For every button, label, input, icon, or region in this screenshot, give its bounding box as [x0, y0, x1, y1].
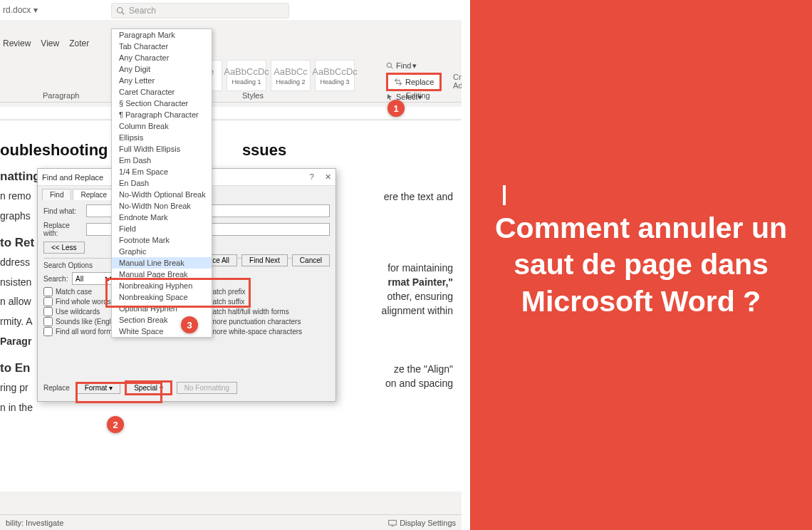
- menu-item[interactable]: Any Digit: [112, 63, 212, 75]
- ignore-punctuation-checkbox[interactable]: Ignore punctuation characters: [194, 317, 326, 326]
- menu-item[interactable]: Full Width Ellipsis: [112, 143, 212, 155]
- svg-line-1: [122, 12, 124, 14]
- group-label-styles: Styles: [242, 91, 264, 100]
- menu-item-manual-line-break[interactable]: Manual Line Break: [112, 257, 212, 269]
- menu-item[interactable]: Any Letter: [112, 75, 212, 86]
- match-suffix-checkbox[interactable]: Match suffix: [194, 297, 326, 306]
- menu-item[interactable]: En Dash: [112, 177, 212, 189]
- menu-item[interactable]: Footnote Mark: [112, 234, 212, 246]
- heading-fragment: oubleshooting: [0, 141, 108, 159]
- replace-with-label: Replace with:: [43, 222, 86, 237]
- callout-badge-3: 3: [181, 316, 198, 333]
- find-next-button[interactable]: Find Next: [241, 254, 288, 266]
- status-bar: bility: Investigate Display Settings: [0, 514, 462, 530]
- menu-item[interactable]: Any Character: [112, 52, 212, 63]
- no-formatting-button[interactable]: No Formatting: [177, 382, 237, 394]
- menu-item[interactable]: No-Width Non Break: [112, 200, 212, 212]
- search-icon: [386, 62, 393, 69]
- dialog-title: Find and Replace: [42, 173, 103, 182]
- tab-find[interactable]: Find: [42, 189, 71, 200]
- svg-point-0: [118, 8, 123, 14]
- menu-item[interactable]: § Section Character: [112, 98, 212, 109]
- replace-icon: [394, 78, 402, 86]
- menu-item[interactable]: Tab Character: [112, 41, 212, 52]
- match-half-full-checkbox[interactable]: Match half/full width forms: [194, 307, 326, 316]
- menu-item[interactable]: Nonbreaking Space: [112, 291, 212, 303]
- heading-fragment: ssues: [242, 141, 286, 159]
- search-direction-select[interactable]: All: [72, 272, 115, 285]
- menu-item[interactable]: Column Break: [112, 120, 212, 132]
- cancel-button[interactable]: Cancel: [292, 254, 330, 266]
- menu-item[interactable]: ¶ Paragraph Character: [112, 109, 212, 120]
- svg-point-2: [387, 63, 391, 67]
- group-label-paragraph: Paragraph: [43, 91, 79, 100]
- document-title[interactable]: rd.docx ▾: [0, 5, 38, 15]
- editing-group: Find▾ Replace Select▾: [386, 60, 454, 104]
- panel-divider: [462, 0, 470, 530]
- tab-review[interactable]: Review: [3, 38, 31, 48]
- search-icon: [116, 6, 125, 15]
- search-input[interactable]: Search: [111, 3, 289, 19]
- menu-item[interactable]: Caret Character: [112, 86, 212, 98]
- tab-replace[interactable]: Replace: [73, 189, 115, 200]
- menu-item[interactable]: Endnote Mark: [112, 212, 212, 223]
- callout-badge-2: 2: [107, 416, 124, 433]
- svg-rect-4: [389, 520, 397, 525]
- style-box[interactable]: AaBbCcHeading 2: [271, 60, 311, 91]
- format-button[interactable]: Format ▾: [77, 382, 120, 394]
- svg-line-3: [391, 67, 393, 69]
- display-settings-button[interactable]: Display Settings: [388, 519, 456, 527]
- special-dropdown[interactable]: Paragraph Mark Tab Character Any Charact…: [111, 28, 212, 338]
- menu-item[interactable]: Em Dash: [112, 155, 212, 166]
- menu-item[interactable]: Field: [112, 223, 212, 234]
- word-app-window: rd.docx ▾ Search Review View Zoter Parag…: [0, 0, 462, 530]
- style-box[interactable]: AaBbCcDcHeading 3: [315, 60, 355, 91]
- menu-item[interactable]: Paragraph Mark: [112, 29, 212, 41]
- search-placeholder: Search: [129, 6, 156, 16]
- menu-item[interactable]: Ellipsis: [112, 132, 212, 143]
- tab-zotero[interactable]: Zoter: [69, 38, 89, 48]
- title-overlay-panel: Comment annuler un saut de page dans Mic…: [470, 0, 812, 530]
- overlay-heading: Comment annuler un saut de page dans Mic…: [470, 210, 812, 320]
- match-prefix-checkbox[interactable]: Match prefix: [194, 287, 326, 296]
- accessibility-status[interactable]: bility: Investigate: [6, 519, 63, 527]
- display-icon: [388, 519, 397, 526]
- find-button[interactable]: Find▾: [386, 60, 454, 71]
- help-icon[interactable]: ?: [310, 172, 314, 181]
- menu-item[interactable]: Nonbreaking Hyphen: [112, 280, 212, 291]
- ignore-whitespace-checkbox[interactable]: Ignore white-space characters: [194, 327, 326, 336]
- special-button[interactable]: Special ▾: [125, 380, 172, 395]
- ribbon-tabs: Review View Zoter: [0, 38, 99, 48]
- cursor-icon: [386, 93, 393, 100]
- menu-item[interactable]: No-Width Optional Break: [112, 189, 212, 200]
- menu-item[interactable]: 1/4 Em Space: [112, 166, 212, 177]
- close-icon[interactable]: ✕: [325, 172, 331, 181]
- style-box[interactable]: AaBbCcDcHeading 1: [227, 60, 266, 91]
- callout-badge-1: 1: [387, 100, 405, 117]
- less-button[interactable]: << Less: [43, 241, 85, 254]
- menu-item[interactable]: Graphic: [112, 246, 212, 257]
- find-what-label: Find what:: [43, 207, 86, 215]
- menu-item[interactable]: Manual Page Break: [112, 269, 212, 280]
- menu-item[interactable]: Optional Hyphen: [112, 303, 212, 314]
- tab-view[interactable]: View: [41, 38, 59, 48]
- replace-button[interactable]: Replace: [386, 73, 442, 91]
